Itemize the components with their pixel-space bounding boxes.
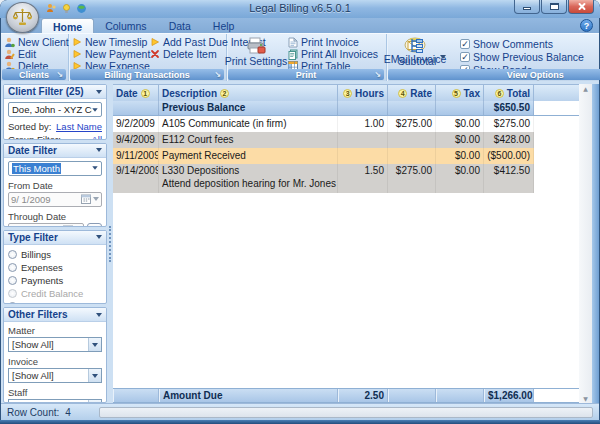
chevron-down-icon <box>93 197 99 201</box>
documents-stack-icon-button[interactable]: Print All Invoices <box>288 48 378 60</box>
scroll-up-icon[interactable]: ▲ <box>583 85 588 92</box>
previous-balance-total: $650.50 <box>484 101 534 115</box>
ribbon-group-billing-transactions: New Timeslip New Payment New Expense Add <box>69 34 227 81</box>
from-date-field[interactable] <box>8 192 102 207</box>
scroll-down-icon[interactable]: ▼ <box>583 395 588 402</box>
column-header-hours[interactable]: 3Hours <box>338 85 388 101</box>
horizontal-scrollbar[interactable] <box>99 407 593 418</box>
person-edit-icon <box>4 49 15 60</box>
new-client-button[interactable]: New Client <box>4 36 65 48</box>
invoice-label: Invoice <box>8 356 102 367</box>
radio-expenses[interactable]: Expenses <box>8 262 102 274</box>
print-settings-button[interactable]: Print Settings <box>230 36 282 67</box>
dialog-launcher-icon[interactable]: ↘ <box>214 70 221 79</box>
maximize-button[interactable] <box>541 0 567 14</box>
column-header-rate[interactable]: 4Rate <box>388 85 436 101</box>
printer-icon <box>246 37 266 55</box>
radio-selected-icon <box>8 302 17 304</box>
amount-due-total: $1,266.00 <box>484 389 534 402</box>
row-count-value: 4 <box>65 407 71 418</box>
chevron-down-icon <box>88 338 101 351</box>
new-payment-button[interactable]: New Payment <box>72 48 144 60</box>
amount-due-label: Amount Due <box>159 389 338 402</box>
show-previous-balance-checkbox[interactable]: Show Previous Balance <box>460 51 584 62</box>
calendar-icon[interactable] <box>63 225 73 226</box>
from-date-input[interactable] <box>11 194 79 205</box>
person-add-icon <box>4 37 15 48</box>
previous-balance-row[interactable]: Previous Balance $650.50 <box>113 101 579 116</box>
column-order-badge: 3 <box>343 89 352 98</box>
tab-columns[interactable]: Columns <box>94 18 157 33</box>
client-filter-header[interactable]: Client Filter (25) <box>4 85 106 99</box>
dialog-launcher-icon[interactable]: ↘ <box>56 70 63 79</box>
new-timeslip-button[interactable]: New Timeslip <box>72 36 144 48</box>
client-filter-panel: Client Filter (25) Doe, John - XYZ Corpo… <box>3 84 107 140</box>
edit-client-button[interactable]: Edit <box>4 48 65 60</box>
column-header-tax[interactable]: 5Tax <box>436 85 484 101</box>
ribbon-group-clients: New Client Edit Delete Clients↘ <box>1 34 69 81</box>
date-filter-header[interactable]: Date Filter <box>4 144 106 158</box>
ribbon-group-print: Print Settings Print Invoice Print All I… <box>227 34 387 81</box>
close-button[interactable] <box>568 0 594 14</box>
yellow-arrow-icon <box>72 37 82 47</box>
column-header-total[interactable]: 6Total <box>484 85 534 101</box>
status-bar: Row Count: 4 <box>1 403 599 420</box>
type-filter-header[interactable]: Type Filter <box>4 231 106 245</box>
documents-stack-icon <box>288 49 298 60</box>
chevron-down-icon <box>92 108 97 112</box>
staff-label: Staff <box>8 387 102 398</box>
tab-data[interactable]: Data <box>158 18 202 33</box>
minimize-icon <box>523 7 531 10</box>
column-header-date[interactable]: Date1 <box>113 85 159 101</box>
ribbon-group-view-options: Subtotal Show Comments Show Previous Bal… <box>387 34 600 81</box>
matter-select[interactable]: [Show All] <box>8 337 102 352</box>
chevron-down-icon <box>88 369 101 382</box>
billing-grid: Date1 Description2 3Hours 4Rate 5Tax 6To… <box>113 84 579 403</box>
radio-icon <box>8 250 17 259</box>
subtotal-outline-icon <box>408 37 426 55</box>
tab-help[interactable]: Help <box>202 18 246 33</box>
radio-payments[interactable]: Payments <box>8 275 102 287</box>
maximize-icon <box>550 3 559 10</box>
window-bottom-border <box>0 420 600 424</box>
through-date-field[interactable] <box>8 223 84 227</box>
client-combo[interactable]: Doe, John - XYZ Corporation <box>8 102 102 117</box>
group-filter-link[interactable]: All <box>91 134 102 140</box>
radio-all[interactable]: All <box>8 301 102 305</box>
document-icon <box>288 37 298 48</box>
subtotal-button[interactable]: Subtotal <box>396 36 438 67</box>
tab-home[interactable]: Home <box>41 18 94 33</box>
column-header-description[interactable]: Description2 <box>159 85 338 101</box>
ribbon-tab-strip: Home Columns Data Help <box>1 18 599 33</box>
help-button[interactable]: ? <box>580 19 593 32</box>
radio-icon <box>8 276 17 285</box>
calendar-icon[interactable] <box>81 194 91 204</box>
go-button[interactable]: Go <box>87 223 102 227</box>
table-row[interactable]: 9/14/2009 L330 Depositions Attend deposi… <box>113 164 579 193</box>
red-x-icon <box>150 49 160 59</box>
from-date-label: From Date <box>8 180 102 191</box>
sorted-by-link[interactable]: Last Name <box>56 121 102 132</box>
table-row[interactable]: 9/2/2009 A105 Communicate (in firm) 1.00… <box>113 116 579 132</box>
print-invoice-button[interactable]: Print Invoice <box>288 36 378 48</box>
invoice-select[interactable]: [Show All] <box>8 368 102 383</box>
through-date-input[interactable] <box>11 225 61 227</box>
yellow-arrow-icon <box>150 37 160 47</box>
table-row[interactable]: 9/4/2009 E112 Court fees $0.00 $428.00 <box>113 132 579 148</box>
previous-balance-label: Previous Balance <box>159 101 338 115</box>
window-title: Legal Billing v6.5.0.1 <box>0 2 600 14</box>
minimize-button[interactable] <box>514 0 540 14</box>
table-row-payment[interactable]: 9/11/2009 Payment Received $0.00 ($500.0… <box>113 148 579 164</box>
show-comments-checkbox[interactable]: Show Comments <box>460 38 584 49</box>
dialog-launcher-icon[interactable]: ↘ <box>374 70 381 79</box>
filter-sidebar: Client Filter (25) Doe, John - XYZ Corpo… <box>3 84 107 403</box>
radio-billings[interactable]: Billings <box>8 249 102 261</box>
chevron-down-icon <box>96 148 102 152</box>
date-range-combo[interactable]: This Month <box>8 161 102 176</box>
application-menu-button[interactable] <box>6 2 39 33</box>
other-filters-header[interactable]: Other Filters <box>4 308 106 322</box>
yellow-arrow-icon <box>72 49 82 59</box>
column-order-badge: 1 <box>141 89 150 98</box>
subtotal-dropdown-arrow-icon[interactable] <box>440 55 446 59</box>
vertical-scrollbar[interactable]: ▲ ▼ <box>579 84 592 403</box>
